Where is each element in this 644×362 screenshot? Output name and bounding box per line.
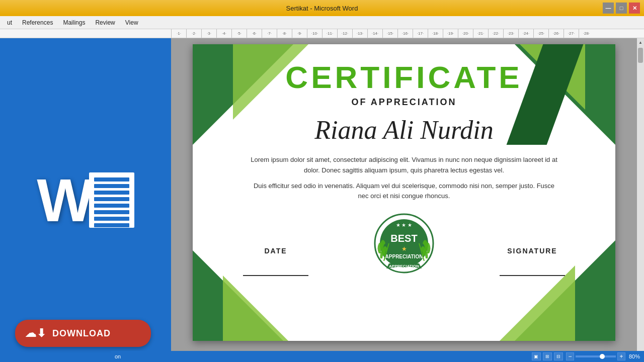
title-bar: Sertikat - Microsoft Word — □ ✕ bbox=[0, 0, 644, 16]
ruler-tick: ·8· bbox=[277, 29, 292, 38]
ruler-tick: ·20· bbox=[458, 29, 473, 38]
ruler-tick: ·11· bbox=[322, 29, 337, 38]
ruler-tick: ·3· bbox=[201, 29, 216, 38]
ruler-tick: ·14· bbox=[367, 29, 382, 38]
maximize-button[interactable]: □ bbox=[616, 3, 627, 14]
signature-line bbox=[500, 275, 565, 276]
ruler-marks: ·1· ·2· ·3· ·4· ·5· ·6· ·7· ·8· ·9· ·10·… bbox=[171, 29, 594, 38]
ruler-tick: ·24· bbox=[518, 29, 533, 38]
cert-body-text-2: Duis efficitur sed odio in venenatis. Al… bbox=[248, 181, 560, 202]
ruler-tick: ·6· bbox=[247, 29, 262, 38]
view-icons: ▣ ⊞ ⊟ bbox=[532, 352, 563, 360]
menu-item-review[interactable]: Review bbox=[90, 18, 120, 27]
ruler-tick: ·22· bbox=[488, 29, 503, 38]
ruler-tick: ·25· bbox=[533, 29, 548, 38]
web-layout-icon[interactable]: ⊟ bbox=[554, 352, 563, 360]
ruler-tick: ·23· bbox=[503, 29, 518, 38]
ruler-tick: ·16· bbox=[397, 29, 413, 38]
cert-recipient-name: Riana Ali Nurdin bbox=[314, 115, 493, 145]
vertical-scrollbar[interactable]: ▲ ▼ bbox=[637, 38, 644, 362]
menu-item-layout[interactable]: ut bbox=[2, 18, 17, 27]
ruler: ·1· ·2· ·3· ·4· ·5· ·6· ·7· ·8· ·9· ·10·… bbox=[0, 29, 644, 38]
certificate-page: CERTIFICATE OF APPRECIATION Riana Ali Nu… bbox=[193, 44, 615, 341]
badge-svg: ★ ★ ★ BEST ★ APPRECIATION bbox=[371, 211, 437, 276]
ruler-tick: ·7· bbox=[262, 29, 277, 38]
svg-text:APPRECIATION: APPRECIATION bbox=[385, 254, 423, 259]
page-indicator: on bbox=[115, 353, 121, 359]
ruler-tick: ·2· bbox=[186, 29, 201, 38]
close-button[interactable]: ✕ bbox=[629, 3, 640, 14]
document-area: CERTIFICATE OF APPRECIATION Riana Ali Nu… bbox=[171, 38, 637, 362]
ruler-tick: ·1· bbox=[171, 29, 186, 38]
date-label: DATE bbox=[264, 247, 287, 255]
ruler-tick: ·21· bbox=[473, 29, 488, 38]
ruler-tick: ·12· bbox=[337, 29, 352, 38]
menu-bar: ut References Mailings Review View bbox=[0, 16, 644, 29]
main-area: W ☁⬇ DOWNLOAD bbox=[0, 38, 644, 362]
ruler-tick: ·13· bbox=[352, 29, 367, 38]
cert-bottom-section: DATE ★ ★ ★ BEST bbox=[223, 211, 585, 276]
ruler-tick: ·17· bbox=[413, 29, 428, 38]
zoom-level: 80% bbox=[629, 353, 640, 359]
word-logo: W bbox=[37, 170, 134, 230]
scroll-up-arrow[interactable]: ▲ bbox=[637, 39, 643, 46]
status-right: ▣ ⊞ ⊟ − + 80% bbox=[532, 352, 640, 360]
svg-text:★ ★ ★: ★ ★ ★ bbox=[396, 222, 413, 228]
menu-item-mailings[interactable]: Mailings bbox=[58, 18, 90, 27]
full-read-icon[interactable]: ⊞ bbox=[543, 352, 552, 360]
doc-line bbox=[94, 184, 129, 188]
window-title: Sertikat - Microsoft Word bbox=[286, 5, 358, 12]
doc-line bbox=[94, 191, 129, 195]
ruler-tick: ·18· bbox=[428, 29, 443, 38]
doc-line bbox=[94, 210, 129, 214]
ruler-tick: ·28· bbox=[579, 29, 594, 38]
left-sidebar: W ☁⬇ DOWNLOAD bbox=[0, 38, 171, 362]
ruler-tick: ·26· bbox=[548, 29, 564, 38]
cert-content: CERTIFICATE OF APPRECIATION Riana Ali Nu… bbox=[193, 44, 615, 341]
doc-line bbox=[94, 223, 129, 227]
window-controls: — □ ✕ bbox=[603, 3, 640, 14]
download-label: DOWNLOAD bbox=[52, 328, 111, 339]
cert-badge: ★ ★ ★ BEST ★ APPRECIATION bbox=[371, 211, 437, 276]
doc-lines bbox=[94, 177, 129, 227]
download-icon: ☁⬇ bbox=[25, 327, 46, 340]
doc-line bbox=[94, 177, 129, 182]
cert-subtitle: OF APPRECIATION bbox=[351, 97, 456, 108]
ruler-tick: ·5· bbox=[231, 29, 247, 38]
zoom-controls: − + 80% bbox=[566, 352, 640, 360]
menu-item-view[interactable]: View bbox=[120, 18, 143, 27]
doc-line bbox=[94, 204, 129, 208]
status-bar: on ▣ ⊞ ⊟ − + 80% bbox=[111, 351, 644, 362]
print-layout-icon[interactable]: ▣ bbox=[532, 352, 541, 360]
menu-item-references[interactable]: References bbox=[17, 18, 58, 27]
signature-label: SIGNATURE bbox=[507, 247, 557, 255]
scroll-thumb[interactable] bbox=[638, 48, 643, 63]
word-letter: W bbox=[37, 170, 94, 230]
ruler-tick: ·15· bbox=[382, 29, 397, 38]
cert-body-text-1: Lorem ipsum dolor sit amet, consectetur … bbox=[248, 155, 560, 176]
ruler-tick: ·4· bbox=[216, 29, 231, 38]
download-button[interactable]: ☁⬇ DOWNLOAD bbox=[15, 320, 151, 347]
zoom-slider[interactable] bbox=[576, 355, 616, 357]
ruler-tick: ·10· bbox=[307, 29, 322, 38]
cert-title: CERTIFICATE bbox=[285, 62, 522, 93]
zoom-in-button[interactable]: + bbox=[617, 352, 625, 360]
cert-signature-section: SIGNATURE bbox=[500, 247, 565, 276]
cert-date-section: DATE bbox=[243, 247, 308, 276]
minimize-button[interactable]: — bbox=[603, 3, 614, 14]
ruler-tick: ·9· bbox=[292, 29, 307, 38]
date-line bbox=[243, 275, 308, 276]
svg-text:★: ★ bbox=[401, 245, 407, 252]
word-doc-icon bbox=[89, 172, 134, 228]
svg-text:APPRECIATION: APPRECIATION bbox=[389, 264, 419, 268]
zoom-out-button[interactable]: − bbox=[566, 352, 574, 360]
zoom-slider-thumb[interactable] bbox=[600, 354, 605, 359]
doc-line bbox=[94, 197, 129, 201]
svg-text:BEST: BEST bbox=[390, 233, 417, 244]
ruler-tick: ·19· bbox=[443, 29, 458, 38]
doc-line bbox=[94, 217, 129, 221]
ruler-tick: ·27· bbox=[564, 29, 579, 38]
